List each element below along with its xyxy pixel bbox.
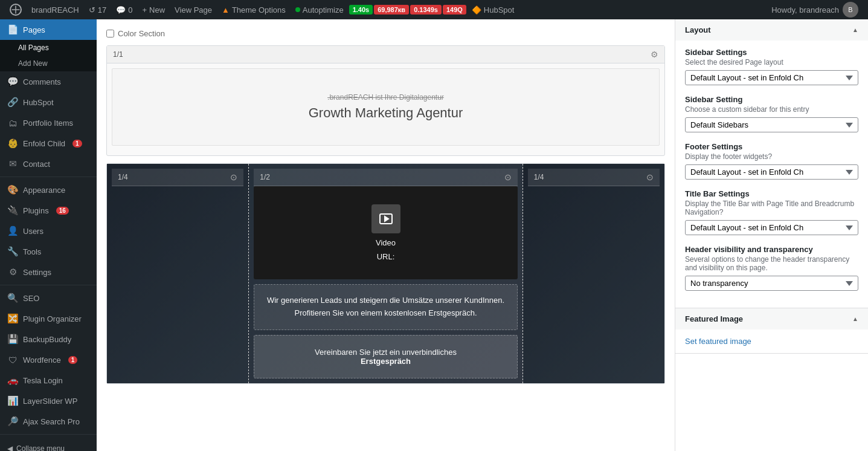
footer-settings-desc: Display the footer widgets? xyxy=(685,152,858,161)
backup-icon: 💾 xyxy=(7,334,18,345)
sidebar-setting-desc: Choose a custom sidebar for this entry xyxy=(685,105,858,114)
autoptimize-link[interactable]: Autoptimize xyxy=(291,0,349,19)
footer-settings-label: Footer Settings xyxy=(685,142,858,151)
sidebar-item-tools[interactable]: 🔧 Tools xyxy=(0,241,97,262)
menu-separator-2 xyxy=(0,285,97,285)
featured-image-header[interactable]: Featured Image ▲ xyxy=(675,308,868,329)
col-left-header: 1/4 ⊙ xyxy=(112,169,243,186)
plugins-badge: 16 xyxy=(56,207,69,215)
cta-text1: Vereinbaren Sie jetzt ein unverbindliche… xyxy=(264,348,507,357)
comment-icon: 💬 xyxy=(116,5,126,15)
comments-icon: 💬 xyxy=(7,76,18,87)
sidebar-settings-desc: Select the desired Page layout xyxy=(685,58,858,67)
hubspot-icon: 🔶 xyxy=(472,5,481,15)
featured-image-chevron-icon: ▲ xyxy=(852,316,858,322)
footer-settings-select[interactable]: Default Layout - set in Enfold Ch xyxy=(685,164,858,180)
row1-settings-icon[interactable]: ⚙ xyxy=(651,50,658,59)
video-label-text: Video xyxy=(376,238,396,247)
col-center-settings-icon[interactable]: ⊙ xyxy=(504,172,512,182)
col-right-settings-icon[interactable]: ⊙ xyxy=(646,172,654,182)
hero-title-text: Growth Marketing Agentur xyxy=(124,105,647,121)
row-block-1: 1/1 ⚙ .brandREACH ist Ihre Digitalagentu… xyxy=(106,45,665,156)
hubspot-sidebar-icon: 🔗 xyxy=(7,97,18,108)
revision-count[interactable]: ↺ 17 xyxy=(84,0,111,19)
sidebar-setting-group: Sidebar Setting Choose a custom sidebar … xyxy=(685,95,858,132)
comment-count[interactable]: 💬 0 xyxy=(111,0,137,19)
header-vis-select[interactable]: No transparency xyxy=(685,276,858,291)
tesla-icon: 🚗 xyxy=(7,375,18,386)
collapse-arrow-icon: ◀ xyxy=(7,444,13,451)
hero-element: .brandREACH ist Ihre Digitalagentur Grow… xyxy=(112,68,660,146)
sidebar-item-portfolio[interactable]: 🗂 Portfolio Items xyxy=(0,112,97,133)
sidebar-item-layerslider[interactable]: 📊 LayerSlider WP xyxy=(0,391,97,411)
layout-section-header[interactable]: Layout ▲ xyxy=(675,19,868,41)
row-block-2: 1/4 ⊙ 1/2 ⊙ Video URL: xyxy=(106,163,665,384)
hubspot-link[interactable]: 🔶 HubSpot xyxy=(467,0,519,19)
title-bar-select[interactable]: Default Layout - set in Enfold Ch xyxy=(685,220,858,235)
color-section-label-text: Color Section xyxy=(118,29,165,38)
svg-marker-2 xyxy=(385,216,388,221)
revision-icon: ↺ xyxy=(89,5,95,15)
sidebar-item-seo[interactable]: 🔍 SEO xyxy=(0,288,97,308)
col-left-settings-icon[interactable]: ⊙ xyxy=(230,172,237,182)
plugins-icon: 🔌 xyxy=(7,205,18,216)
perf-size-badge: 69,987кв xyxy=(374,5,409,15)
sidebar-item-tesla[interactable]: 🚗 Tesla Login xyxy=(0,370,97,391)
sidebar-settings-select[interactable]: Default Layout - set in Enfold Ch xyxy=(685,70,858,85)
sidebar-item-settings[interactable]: ⚙ Settings xyxy=(0,262,97,282)
sidebar-item-ajax-search[interactable]: 🔎 Ajax Search Pro xyxy=(0,411,97,432)
portfolio-icon: 🗂 xyxy=(7,118,18,128)
col-right-header: 1/4 ⊙ xyxy=(528,169,660,186)
new-content-button[interactable]: + New xyxy=(137,0,170,19)
layout-chevron-icon: ▲ xyxy=(852,27,858,33)
text-content-text: Wir generieren Leads und steigern die Um… xyxy=(267,296,504,317)
sidebar-item-enfold-child[interactable]: 👶 Enfold Child 1 xyxy=(0,133,97,154)
video-element[interactable]: Video URL: xyxy=(254,186,518,279)
pages-submenu: All Pages Add New xyxy=(0,40,97,71)
sidebar-item-contact[interactable]: ✉ Contact xyxy=(0,154,97,174)
theme-options-link[interactable]: ▲ Theme Options xyxy=(217,0,291,19)
perf-time-badge: 1.40s xyxy=(349,5,373,15)
site-name-bar[interactable]: brandREACH xyxy=(27,0,84,19)
video-icon xyxy=(371,204,400,233)
footer-settings-group: Footer Settings Display the footer widge… xyxy=(685,142,858,180)
title-bar-settings-group: Title Bar Settings Display the Title Bar… xyxy=(685,189,858,235)
layout-title: Layout xyxy=(685,25,711,34)
sidebar-item-hubspot[interactable]: 🔗 HubSpot xyxy=(0,92,97,112)
add-new-page-link[interactable]: Add New xyxy=(0,56,97,71)
all-pages-link[interactable]: All Pages xyxy=(0,40,97,56)
sidebar-item-plugins[interactable]: 🔌 Plugins 16 xyxy=(0,200,97,221)
sidebar-item-appearance[interactable]: 🎨 Appearance xyxy=(0,180,97,200)
sidebar-setting-select[interactable]: Default Sidebars xyxy=(685,117,858,132)
sidebar-item-pages[interactable]: 📄 Pages xyxy=(0,19,97,40)
ajax-search-icon: 🔎 xyxy=(7,416,18,427)
cta-element[interactable]: Vereinbaren Sie jetzt ein unverbindliche… xyxy=(254,335,518,378)
sidebar-item-users[interactable]: 👤 Users xyxy=(0,221,97,241)
contact-icon: ✉ xyxy=(7,158,18,169)
view-page-link[interactable]: View Page xyxy=(170,0,217,19)
sidebar-settings-group: Sidebar Settings Select the desired Page… xyxy=(685,48,858,85)
set-featured-image-link[interactable]: Set featured image xyxy=(685,337,751,346)
layout-section-body: Sidebar Settings Select the desired Page… xyxy=(675,41,868,308)
settings-icon: ⚙ xyxy=(7,267,18,277)
row1-label: 1/1 xyxy=(113,50,123,59)
wp-logo[interactable] xyxy=(5,4,27,16)
adminbar-right: Howdy, brandreach B xyxy=(767,2,863,18)
howdy-text[interactable]: Howdy, brandreach B xyxy=(767,2,863,18)
text-content-element[interactable]: Wir generieren Leads und steigern die Um… xyxy=(254,284,518,330)
color-section-checkbox[interactable] xyxy=(106,30,114,37)
pages-icon: 📄 xyxy=(7,24,18,35)
admin-sidebar: 📄 Pages All Pages Add New 💬 Comments 🔗 H… xyxy=(0,19,97,451)
row2-cols: 1/4 ⊙ 1/2 ⊙ Video URL: xyxy=(107,164,664,383)
header-vis-label: Header visibility and transparency xyxy=(685,245,858,254)
title-bar-label: Title Bar Settings xyxy=(685,189,858,198)
featured-image-title: Featured Image xyxy=(685,314,743,323)
video-url-label: URL: xyxy=(377,252,395,261)
sidebar-item-wordfence[interactable]: 🛡 Wordfence 1 xyxy=(0,349,97,370)
sidebar-item-plugin-organizer[interactable]: 🔀 Plugin Organizer xyxy=(0,308,97,329)
title-bar-desc: Display the Title Bar with Page Title an… xyxy=(685,200,858,216)
sidebar-item-backupbuddy[interactable]: 💾 BackupBuddy xyxy=(0,329,97,349)
collapse-menu-button[interactable]: ◀ Collapse menu xyxy=(0,437,97,451)
sidebar-item-comments[interactable]: 💬 Comments xyxy=(0,71,97,92)
wordfence-icon: 🛡 xyxy=(7,355,18,365)
